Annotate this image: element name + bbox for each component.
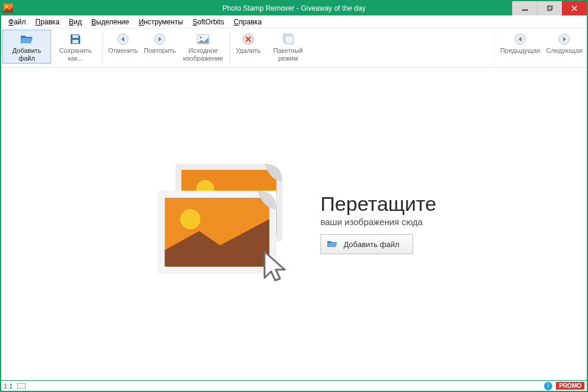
- menu-edit[interactable]: Правка: [31, 17, 65, 27]
- toolbar-delete[interactable]: Удалить: [233, 30, 264, 56]
- toolbar-save-as[interactable]: Сохранить как...: [51, 30, 100, 64]
- toolbar-undo[interactable]: Отменить: [105, 30, 141, 56]
- restore-button[interactable]: [537, 1, 562, 15]
- menu-bar: Файл Правка Вид Выделение Инструменты So…: [1, 15, 587, 29]
- info-icon[interactable]: i: [544, 382, 552, 390]
- svg-rect-6: [72, 40, 78, 43]
- svg-rect-2: [522, 10, 528, 11]
- drop-subtitle: ваши изображения сюда: [320, 217, 436, 227]
- image-icon: [197, 33, 210, 46]
- folder-open-icon: [327, 240, 337, 248]
- thumbnail-toggle-icon[interactable]: [17, 383, 26, 389]
- menu-tools[interactable]: Инструменты: [134, 17, 188, 27]
- svg-point-1: [5, 5, 8, 8]
- close-button[interactable]: [562, 1, 587, 15]
- toolbar-batch-label: Пакетный режим: [267, 47, 309, 62]
- menu-selection[interactable]: Выделение: [87, 17, 134, 27]
- add-file-button[interactable]: Добавить файл: [320, 234, 413, 254]
- minimize-button[interactable]: [512, 1, 537, 15]
- toolbar-original-label: Исходное изображение: [182, 47, 225, 62]
- svg-point-21: [180, 209, 200, 229]
- undo-icon: [116, 33, 129, 46]
- toolbar-separator: [102, 32, 103, 64]
- arrow-right-icon: [558, 33, 571, 46]
- menu-softorbits[interactable]: SoftOrbits: [188, 17, 229, 27]
- svg-rect-13: [285, 36, 293, 44]
- menu-help[interactable]: Справка: [229, 17, 267, 27]
- arrow-left-icon: [514, 33, 527, 46]
- zoom-level[interactable]: 1:1: [4, 382, 12, 390]
- titlebar: Photo Stamp Remover - Giveaway of the da…: [1, 1, 587, 15]
- svg-point-10: [200, 36, 202, 39]
- toolbar-next[interactable]: Следующая: [543, 30, 586, 56]
- window-controls: [512, 1, 587, 15]
- add-file-button-label: Добавить файл: [343, 240, 399, 249]
- batch-icon: [282, 33, 295, 46]
- folder-open-icon: [20, 33, 33, 46]
- promo-badge[interactable]: PROMO: [556, 382, 584, 390]
- redo-icon: [153, 33, 166, 46]
- drop-illustration: [151, 158, 306, 289]
- drop-text: Перетащите ваши изображения сюда Добавит…: [320, 192, 436, 254]
- toolbar-prev[interactable]: Предыдущая: [497, 30, 543, 56]
- toolbar-undo-label: Отменить: [108, 47, 138, 55]
- drop-title: Перетащите: [320, 192, 436, 216]
- status-bar: 1:1 i PROMO: [1, 380, 587, 391]
- save-icon: [69, 33, 82, 46]
- delete-icon: [242, 33, 255, 46]
- toolbar-separator: [230, 32, 230, 64]
- drop-hint: Перетащите ваши изображения сюда Добавит…: [151, 158, 436, 289]
- toolbar-add-file[interactable]: Добавить файл: [2, 30, 51, 64]
- workspace[interactable]: Перетащите ваши изображения сюда Добавит…: [2, 68, 586, 379]
- toolbar-add-file-label: Добавить файл: [5, 47, 48, 62]
- svg-rect-5: [72, 35, 78, 38]
- toolbar-next-label: Следующая: [546, 47, 583, 55]
- toolbar: Добавить файл Сохранить как... Отменить …: [1, 29, 587, 68]
- app-icon: [4, 4, 13, 13]
- menu-view[interactable]: Вид: [64, 17, 87, 27]
- toolbar-redo-label: Повторить: [144, 47, 176, 55]
- menu-file[interactable]: Файл: [4, 17, 31, 27]
- toolbar-original[interactable]: Исходное изображение: [179, 30, 227, 64]
- toolbar-redo[interactable]: Повторить: [141, 30, 179, 56]
- toolbar-delete-label: Удалить: [236, 47, 261, 55]
- toolbar-save-as-label: Сохранить как...: [54, 47, 97, 62]
- toolbar-batch[interactable]: Пакетный режим: [264, 30, 312, 64]
- toolbar-prev-label: Предыдущая: [500, 47, 540, 55]
- svg-rect-3: [547, 7, 551, 11]
- window-title: Photo Stamp Remover - Giveaway of the da…: [1, 4, 587, 12]
- svg-rect-4: [548, 5, 552, 10]
